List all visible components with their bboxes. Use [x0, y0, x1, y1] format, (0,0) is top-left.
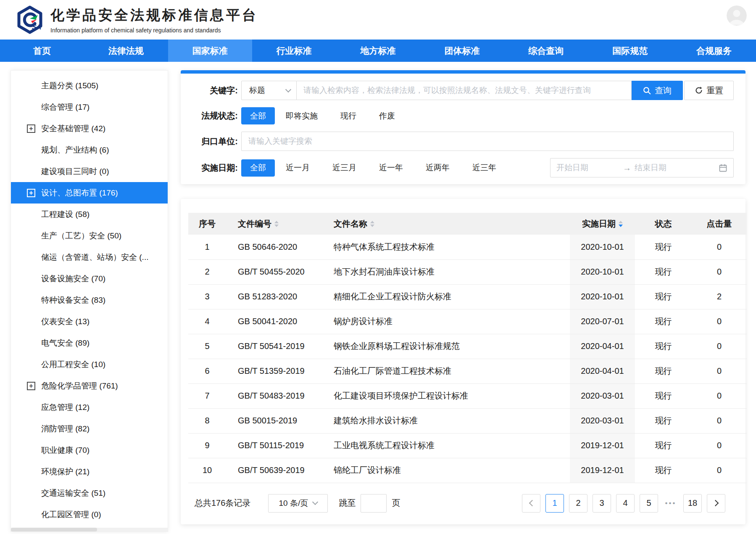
sidebar-item-label: 生产（工艺）安全 (50) [41, 230, 121, 241]
column-header-2[interactable]: 文件编号 [226, 213, 322, 235]
sidebar-item-label: 电气安全 (89) [41, 338, 90, 349]
nav-item-7[interactable]: 综合查询 [504, 40, 588, 62]
expand-plus-icon[interactable]: + [27, 189, 35, 197]
keyword-field-value: 标题 [249, 85, 265, 96]
name-cell[interactable]: 精细化工企业工程设计防火标准 [322, 284, 570, 309]
name-cell[interactable]: 地下水封石洞油库设计标准 [322, 259, 570, 284]
chevron-down-icon [312, 499, 318, 505]
name-cell[interactable]: 石油化工厂际管道工程技术标准 [322, 359, 570, 383]
column-header-4[interactable]: 实施日期 [570, 213, 635, 235]
pages-ellipsis[interactable]: ••• [663, 499, 678, 508]
page-button-18[interactable]: 18 [683, 494, 702, 513]
seq-cell: 1 [188, 235, 226, 259]
sort-icons [274, 221, 279, 227]
name-cell[interactable]: 工业电视系统工程设计标准 [322, 433, 570, 458]
column-label: 文件名称 [334, 218, 367, 230]
status-option-2[interactable]: 即将实施 [286, 111, 318, 122]
sidebar-item[interactable]: 规划、产业结构 (6) [11, 139, 168, 161]
sidebar-item[interactable]: 特种设备安全 (83) [11, 289, 168, 311]
sidebar-item[interactable]: 设备设施安全 (70) [11, 268, 168, 289]
code-cell: GB/T 50639-2019 [226, 458, 322, 483]
sidebar-item-label: 储运（含管道、站场）安全 (... [41, 252, 148, 263]
expand-plus-icon[interactable]: + [27, 124, 35, 133]
column-label: 序号 [199, 218, 216, 230]
name-cell[interactable]: 化工建设项目环境保护工程设计标准 [322, 383, 570, 408]
reset-button[interactable]: 重置 [684, 81, 734, 100]
next-page-button[interactable] [707, 494, 725, 513]
page-button-3[interactable]: 3 [593, 494, 611, 513]
page-button-4[interactable]: 4 [616, 494, 635, 513]
name-cell[interactable]: 锦纶工厂设计标准 [322, 458, 570, 483]
clicks-cell: 0 [692, 383, 747, 408]
column-label: 文件编号 [238, 218, 271, 230]
sidebar-item[interactable]: 生产（工艺）安全 (50) [11, 225, 168, 246]
sidebar-item[interactable]: 职业健康 (70) [11, 439, 168, 461]
expand-plus-icon[interactable]: + [27, 382, 35, 390]
keyword-search-input[interactable] [297, 81, 632, 100]
nav-item-9[interactable]: 合规服务 [672, 40, 756, 62]
date-cell: 2020-10-01 [570, 259, 635, 284]
date-option-1[interactable]: 全部 [241, 159, 275, 177]
status-option-1[interactable]: 全部 [241, 107, 275, 124]
unit-search-input[interactable] [241, 132, 734, 151]
nav-item-3[interactable]: 国家标准 [168, 40, 252, 62]
sidebar-item-label: 安全基础管理 (42) [41, 123, 105, 134]
seq-cell: 4 [188, 309, 226, 334]
page-button-5[interactable]: 5 [640, 494, 658, 513]
page-size-select[interactable]: 10 条/页 [268, 494, 328, 513]
prev-page-button[interactable] [522, 494, 540, 513]
sidebar: 主题分类 (1505)综合管理 (17)+安全基础管理 (42)规划、产业结构 … [11, 70, 168, 532]
code-cell: GB/T 51359-2019 [226, 359, 322, 383]
sidebar-item[interactable]: 主题分类 (1505) [11, 75, 168, 96]
chevron-left-icon [529, 500, 535, 507]
nav-item-1[interactable]: 首页 [0, 40, 84, 62]
sidebar-item[interactable]: 应急管理 (12) [11, 397, 168, 418]
date-option-4[interactable]: 近一年 [379, 162, 403, 173]
calendar-icon[interactable] [719, 164, 727, 172]
sidebar-item[interactable]: 公用工程安全 (10) [11, 354, 168, 375]
column-header-3[interactable]: 文件名称 [322, 213, 570, 235]
sidebar-item[interactable]: 工程建设 (58) [11, 204, 168, 225]
sidebar-item[interactable]: 仪表安全 (13) [11, 311, 168, 332]
nav-item-8[interactable]: 国际规范 [588, 40, 672, 62]
name-cell[interactable]: 特种气体系统工程技术标准 [322, 235, 570, 259]
status-cell: 现行 [635, 458, 692, 483]
nav-item-2[interactable]: 法律法规 [84, 40, 168, 62]
sidebar-item[interactable]: 交通运输安全 (51) [11, 482, 168, 504]
name-cell[interactable]: 锅炉房设计标准 [322, 309, 570, 334]
jump-page-input[interactable] [361, 494, 387, 513]
sidebar-item[interactable]: +危险化学品管理 (761) [11, 375, 168, 397]
sidebar-item[interactable]: 环境保护 (21) [11, 461, 168, 482]
sidebar-item[interactable]: 综合管理 (17) [11, 96, 168, 118]
status-cell: 现行 [635, 284, 692, 309]
clicks-cell: 0 [692, 259, 747, 284]
search-button-label: 查询 [655, 85, 672, 96]
nav-item-4[interactable]: 行业标准 [252, 40, 336, 62]
date-option-3[interactable]: 近三月 [332, 162, 356, 173]
sidebar-item[interactable]: +设计、总图布置 (176) [11, 182, 168, 204]
sidebar-item[interactable]: 储运（含管道、站场）安全 (... [11, 246, 168, 268]
sidebar-scrollbar[interactable] [11, 528, 168, 531]
sidebar-item[interactable]: 建设项目三同时 (0) [11, 161, 168, 182]
date-option-6[interactable]: 近三年 [472, 162, 496, 173]
nav-item-6[interactable]: 团体标准 [420, 40, 504, 62]
user-avatar[interactable] [727, 5, 747, 26]
status-option-3[interactable]: 现行 [340, 111, 356, 122]
date-range-picker[interactable]: → [550, 158, 734, 177]
name-cell[interactable]: 钢铁企业原料场工程设计标准规范 [322, 334, 570, 359]
keyword-field-select[interactable]: 标题 [241, 81, 297, 100]
page-button-1[interactable]: 1 [545, 494, 564, 513]
sidebar-item[interactable]: 电气安全 (89) [11, 332, 168, 354]
start-date-input[interactable] [556, 163, 619, 172]
status-option-4[interactable]: 作废 [379, 111, 395, 122]
end-date-input[interactable] [635, 163, 698, 172]
sidebar-item[interactable]: +安全基础管理 (42) [11, 118, 168, 139]
date-option-2[interactable]: 近一月 [286, 162, 310, 173]
page-button-2[interactable]: 2 [569, 494, 587, 513]
search-button[interactable]: 查询 [632, 81, 683, 100]
name-cell[interactable]: 建筑给水排水设计标准 [322, 408, 570, 433]
sidebar-item[interactable]: 化工园区管理 (0) [11, 504, 168, 525]
sidebar-item[interactable]: 消防管理 (82) [11, 418, 168, 439]
date-option-5[interactable]: 近两年 [426, 162, 450, 173]
nav-item-5[interactable]: 地方标准 [336, 40, 420, 62]
